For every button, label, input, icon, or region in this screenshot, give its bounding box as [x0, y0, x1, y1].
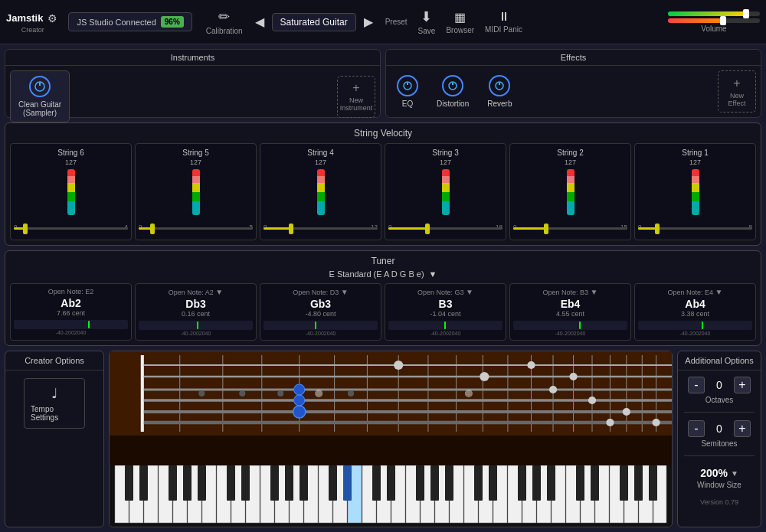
- fretboard-svg: [110, 351, 672, 436]
- effect-item-reverb[interactable]: Reverb: [481, 72, 518, 111]
- new-effect-button[interactable]: + NewEffect: [718, 70, 756, 113]
- svg-rect-99: [285, 465, 293, 501]
- midi-panic-section[interactable]: ⏸ MIDI Panic: [485, 10, 522, 34]
- svg-point-36: [465, 390, 473, 397]
- battery-indicator: 96%: [161, 16, 184, 28]
- tuner-open-3[interactable]: Open Note: G3 ▼: [417, 288, 473, 296]
- volume-sliders: [668, 11, 760, 23]
- svg-point-37: [198, 390, 205, 397]
- fretboard-area: [109, 351, 673, 527]
- new-instrument-button[interactable]: + NewInstrument: [337, 76, 375, 118]
- effects-body: EQ Distortion: [386, 66, 761, 117]
- svg-point-51: [569, 373, 577, 380]
- calibration-button[interactable]: ✏ Calibration: [201, 5, 247, 38]
- svg-point-47: [588, 397, 596, 404]
- svg-rect-101: [329, 465, 337, 501]
- window-size-dropdown[interactable]: ▼: [731, 469, 738, 478]
- vel-seg-3[interactable]: [442, 169, 450, 215]
- volume-track-2[interactable]: [668, 18, 760, 23]
- svg-point-49: [653, 419, 660, 426]
- string-col-3: String 3 127: [385, 143, 506, 240]
- tuner-strings: Open Note: E2 Ab2 7.66 cent -40-2002040 …: [10, 283, 756, 341]
- instrument-icon-0: [29, 76, 51, 97]
- volume-thumb-2[interactable]: [720, 16, 726, 25]
- string-val-4: 127: [315, 158, 326, 166]
- svg-rect-115: [620, 465, 628, 501]
- volume-track-1[interactable]: [668, 11, 760, 16]
- save-section[interactable]: ⬇ Save: [418, 8, 436, 35]
- browser-section[interactable]: ▦ Browser: [446, 10, 474, 34]
- h-track-1[interactable]: [638, 227, 752, 230]
- strings-row: String 6 127: [10, 143, 756, 240]
- piano-svg: [110, 465, 672, 527]
- creator-options-body: ♩ Tempo Settings: [5, 370, 103, 436]
- volume-thumb-1[interactable]: [743, 9, 749, 18]
- app-sub: Creator: [21, 26, 44, 34]
- octaves-minus-button[interactable]: -: [688, 377, 705, 393]
- instrument-item-0[interactable]: Clean Guitar(Sampler): [10, 70, 70, 122]
- svg-rect-116: [634, 465, 643, 501]
- tempo-label: Tempo Settings: [31, 405, 78, 422]
- tuner-open-0[interactable]: Open Note: E2: [48, 288, 94, 295]
- string-col-6: String 6 127: [10, 143, 132, 240]
- divider-1: [684, 412, 755, 413]
- semitones-controls: - 0 +: [688, 420, 751, 437]
- semitones-label: Semitones: [701, 439, 737, 448]
- tuner-note-4: Eb4: [561, 298, 581, 310]
- effect-item-eq[interactable]: EQ: [391, 72, 424, 111]
- semitones-minus-button[interactable]: -: [688, 420, 705, 437]
- tuner-note-1: Db3: [185, 298, 205, 310]
- svg-rect-114: [591, 465, 599, 501]
- tuner-open-4[interactable]: Open Note: B3 ▼: [543, 288, 598, 296]
- tuner-open-5[interactable]: Open Note: E4 ▼: [668, 288, 723, 296]
- connection-badge[interactable]: JS Studio Connected 96%: [68, 12, 192, 31]
- tuner-cent-5: 3.38 cent: [681, 310, 709, 318]
- svg-rect-102: [343, 465, 352, 501]
- svg-rect-108: [474, 465, 483, 501]
- vel-seg-2[interactable]: [567, 169, 574, 215]
- svg-rect-103: [372, 465, 381, 501]
- h-track-4[interactable]: [264, 227, 378, 230]
- vel-seg-6[interactable]: [67, 169, 75, 215]
- h-track-2[interactable]: [513, 227, 627, 230]
- gear-button[interactable]: ⚙: [46, 11, 59, 26]
- volume-label: Volume: [701, 24, 726, 33]
- string-val-2: 127: [565, 158, 576, 166]
- octaves-controls: - 0 +: [688, 377, 751, 393]
- new-effect-label: NewEffect: [728, 92, 746, 107]
- octaves-plus-button[interactable]: +: [734, 377, 751, 393]
- tempo-settings-button[interactable]: ♩ Tempo Settings: [24, 378, 85, 429]
- power-icon-eq: [402, 80, 413, 91]
- svg-rect-96: [227, 465, 235, 501]
- svg-point-43: [293, 406, 306, 418]
- string-name-1: String 1: [682, 149, 708, 157]
- h-track-3[interactable]: [388, 227, 502, 230]
- h-track-5[interactable]: [139, 227, 253, 230]
- connection-text: JS Studio Connected: [77, 18, 155, 27]
- vel-seg-5[interactable]: [192, 169, 200, 215]
- tuner-string-4: Open Note: B3 ▼ Eb4 4.55 cent -40-200204…: [509, 283, 631, 341]
- preset-area[interactable]: Saturated Guitar: [272, 13, 356, 31]
- preset-section[interactable]: Preset: [385, 18, 408, 26]
- tuner-open-2[interactable]: Open Note: D3 ▼: [293, 288, 348, 296]
- tuner-meter-5: [638, 321, 752, 330]
- h-track-6[interactable]: [14, 227, 128, 230]
- effect-label-distortion: Distortion: [437, 100, 469, 108]
- preset-next-button[interactable]: ▶: [359, 11, 378, 32]
- semitones-plus-button[interactable]: +: [734, 420, 751, 437]
- effect-item-distortion[interactable]: Distortion: [430, 72, 475, 111]
- svg-rect-110: [518, 465, 526, 501]
- tuner-string-0: Open Note: E2 Ab2 7.66 cent -40-2002040: [10, 283, 132, 341]
- svg-rect-111: [532, 465, 541, 501]
- vel-seg-1[interactable]: [692, 169, 699, 215]
- instruments-body: Clean Guitar(Sampler) + NewInstrument: [5, 66, 380, 127]
- effect-circle-reverb: [489, 75, 510, 96]
- preset-prev-button[interactable]: ◀: [250, 11, 269, 32]
- ie-row: Instruments Clean Guitar(Sampler) + NewI…: [5, 49, 761, 118]
- tuner-open-1[interactable]: Open Note: A2 ▼: [169, 288, 223, 296]
- tuner-dropdown-arrow[interactable]: ▼: [429, 269, 437, 279]
- svg-rect-92: [139, 465, 148, 501]
- power-icon-dist: [447, 80, 458, 91]
- svg-rect-109: [489, 465, 497, 501]
- vel-seg-4[interactable]: [317, 169, 325, 215]
